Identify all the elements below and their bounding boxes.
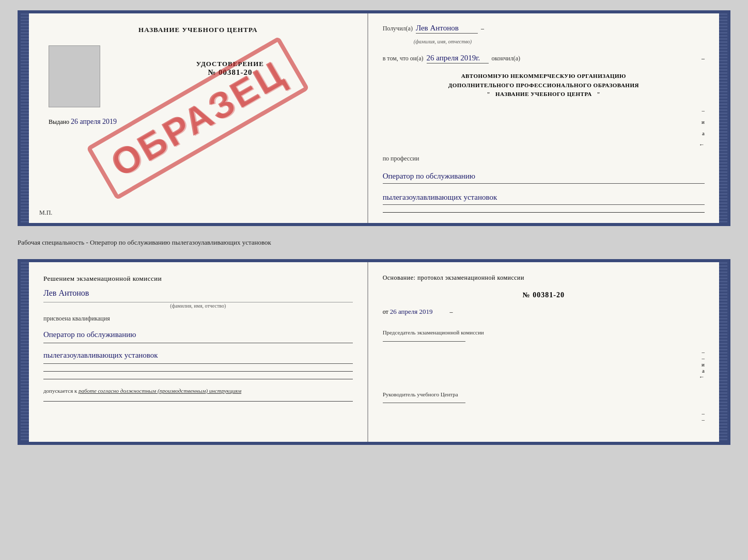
edge-right-bottom (719, 262, 727, 442)
separator-text: Рабочая специальность - Оператор по обсл… (18, 234, 730, 251)
decision-label: Решением экзаменационной комиссии (43, 274, 353, 284)
profession-line2-top: пылегазоулавливающих установок (383, 191, 705, 205)
cert-type-label: УДОСТОВЕРЕНИЕ (196, 60, 264, 68)
person-name: Лев Антонов (43, 289, 353, 298)
cert-left-page: НАЗВАНИЕ УЧЕБНОГО ЦЕНТРА УДОСТОВЕРЕНИЕ №… (29, 13, 368, 223)
cert-right-page: Получил(а) Лев Антонов – (фамилия, имя, … (368, 13, 719, 223)
allowed-text: работе согласно должностным (производств… (79, 388, 241, 394)
name-subtitle-bottom: (фамилия, имя, отчество) (43, 302, 353, 309)
chairman-label: Председатель экзаменационной комиссии (383, 328, 705, 337)
completed-date: 26 апреля 2019г. (427, 54, 489, 63)
cert2-right-page: Основание: протокол экзаменационной коми… (368, 262, 719, 442)
protocol-number: № 00381-20 (383, 291, 705, 299)
cert-issued: Выдано 26 апреля 2019 (49, 118, 117, 126)
cert2-underline1 (43, 371, 353, 372)
certificate-book-top: НАЗВАНИЕ УЧЕБНОГО ЦЕНТРА УДОСТОВЕРЕНИЕ №… (18, 10, 730, 226)
profession-line1-top: Оператор по обслуживанию (383, 170, 705, 184)
allowed-block: допускается к работе согласно должностны… (43, 388, 353, 394)
director-sign-line (383, 403, 465, 403)
mp-label: М.П. (39, 209, 52, 217)
org-line1: АВТОНОМНУЮ НЕКОММЕРЧЕСКУЮ ОРГАНИЗАЦИЮ (383, 72, 705, 81)
cert2-underline3 (43, 401, 353, 402)
protocol-date-line: от 26 апреля 2019 – (383, 308, 705, 316)
completed-prefix: в том, что он(а) (383, 55, 424, 62)
issued-date: 26 апреля 2019 (71, 118, 117, 125)
issued-label: Выдано (49, 118, 69, 125)
completed-line: в том, что он(а) 26 апреля 2019г. окончи… (383, 54, 705, 63)
name-subtitle-top: (фамилия, имя, отчество) (414, 39, 705, 44)
basis-label: Основание: протокол экзаменационной коми… (383, 273, 705, 283)
school-title-top: НАЗВАНИЕ УЧЕБНОГО ЦЕНТРА (138, 26, 258, 34)
edge-left-top (21, 13, 29, 223)
received-line: Получил(а) Лев Антонов – (383, 24, 705, 34)
allowed-label: допускается к (43, 388, 77, 394)
photo-placeholder (49, 45, 100, 107)
completed-suffix: окончил(а) (492, 55, 520, 62)
org-block: АВТОНОМНУЮ НЕКОММЕРЧЕСКУЮ ОРГАНИЗАЦИЮ ДО… (383, 72, 705, 99)
org-line3: " НАЗВАНИЕ УЧЕБНОГО ЦЕНТРА " (383, 90, 705, 99)
received-label: Получил(а) (383, 25, 413, 33)
edge-right-top (719, 13, 727, 223)
cert-number-top: № 00381-20 (208, 68, 252, 77)
protocol-date: 26 апреля 2019 (390, 308, 433, 315)
date-prefix: от (383, 308, 388, 315)
cert2-left-page: Решением экзаменационной комиссии Лев Ан… (29, 262, 368, 442)
chairman-block: Председатель экзаменационной комиссии (383, 328, 705, 342)
director-block: Руководитель учебного Центра (383, 390, 705, 404)
assigned-label: присвоена квалификация (43, 315, 353, 323)
edge-left-bottom (21, 262, 29, 442)
qualification-line1: Оператор по обслуживанию (43, 328, 353, 343)
certificate-book-bottom: Решением экзаменационной комиссии Лев Ан… (18, 259, 730, 445)
right-underline (383, 212, 705, 213)
director-label: Руководитель учебного Центра (383, 390, 705, 399)
received-name: Лев Антонов (416, 24, 478, 34)
qualification-line2: пылегазоулавливающих установок (43, 348, 353, 364)
cert2-underline2 (43, 379, 353, 379)
chairman-sign-line (383, 341, 465, 342)
org-line2: ДОПОЛНИТЕЛЬНОГО ПРОФЕССИОНАЛЬНОГО ОБРАЗО… (383, 81, 705, 90)
profession-label-top: по профессии (383, 155, 705, 163)
